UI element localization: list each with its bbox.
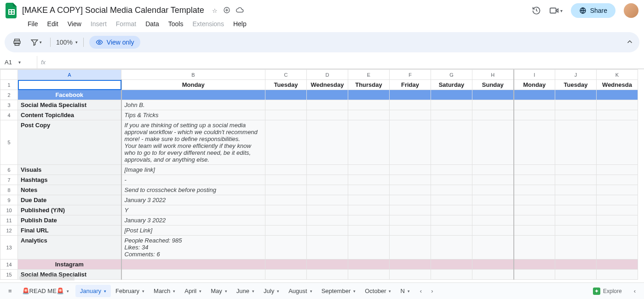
cell[interactable] — [390, 215, 431, 226]
menu-tools[interactable]: Tools — [165, 18, 187, 29]
print-icon[interactable] — [10, 35, 24, 49]
cell[interactable]: Facebook — [18, 90, 121, 100]
sheet-tab[interactable]: July▾ — [259, 285, 284, 289]
cell[interactable] — [514, 175, 555, 185]
col-header[interactable]: K — [597, 70, 638, 80]
cell[interactable] — [431, 260, 472, 270]
cell[interactable] — [431, 165, 472, 175]
cell[interactable] — [390, 205, 431, 215]
cell[interactable]: Saturday — [431, 80, 472, 90]
cell[interactable]: Published (Y/N) — [18, 205, 121, 215]
col-header[interactable]: D — [307, 70, 348, 80]
cell[interactable] — [307, 175, 348, 185]
cell[interactable] — [431, 90, 472, 100]
cell[interactable] — [265, 110, 307, 120]
cell[interactable] — [431, 215, 472, 226]
fx-icon[interactable]: fx — [37, 56, 49, 68]
side-panel-toggle-icon[interactable]: ‹ — [630, 286, 639, 289]
sheet-tab[interactable]: October▾ — [360, 285, 396, 289]
cell[interactable] — [555, 215, 597, 226]
cell[interactable] — [390, 236, 431, 260]
view-only-pill[interactable]: View only — [89, 36, 141, 49]
cell[interactable] — [390, 226, 431, 236]
doc-title[interactable]: [MAKE A COPY] Social Media Calendar Temp… — [22, 6, 204, 15]
filter-icon[interactable]: ▾ — [28, 35, 45, 49]
cell[interactable] — [555, 236, 597, 260]
cell[interactable] — [348, 215, 390, 226]
cell[interactable] — [390, 195, 431, 205]
cell[interactable] — [514, 90, 555, 100]
sheet-nav-next-icon[interactable]: › — [427, 286, 437, 289]
cell[interactable] — [597, 90, 638, 100]
cell[interactable] — [307, 185, 348, 195]
cell[interactable] — [472, 110, 514, 120]
cell[interactable] — [472, 90, 514, 100]
menu-file[interactable]: File — [24, 18, 42, 29]
cell[interactable] — [555, 175, 597, 185]
cell[interactable] — [472, 215, 514, 226]
sheet-tab[interactable]: N▾ — [396, 285, 414, 289]
col-header[interactable]: E — [348, 70, 390, 80]
cell[interactable]: Analytics — [18, 236, 121, 260]
cell[interactable] — [597, 120, 638, 165]
col-header[interactable]: F — [390, 70, 431, 80]
cell[interactable]: Send to crosscheck before posting — [121, 185, 265, 195]
col-header[interactable]: J — [555, 70, 597, 80]
cell[interactable] — [18, 80, 121, 90]
cell[interactable] — [307, 260, 348, 270]
cell[interactable] — [265, 260, 307, 270]
cell[interactable] — [597, 100, 638, 110]
cell[interactable] — [514, 120, 555, 165]
cell[interactable] — [348, 110, 390, 120]
cell[interactable]: Final URL — [18, 226, 121, 236]
cell[interactable]: [Image link] — [121, 165, 265, 175]
cell[interactable] — [514, 270, 555, 280]
cell[interactable] — [265, 226, 307, 236]
cell[interactable]: Publish Date — [18, 215, 121, 226]
cell[interactable] — [348, 236, 390, 260]
account-avatar[interactable] — [624, 3, 638, 18]
cell[interactable]: Hashtags — [18, 175, 121, 185]
cell[interactable] — [390, 270, 431, 280]
col-header[interactable]: A — [18, 70, 121, 80]
cell[interactable] — [390, 185, 431, 195]
cell[interactable] — [597, 185, 638, 195]
cell[interactable] — [597, 205, 638, 215]
cell[interactable] — [265, 270, 307, 280]
cell[interactable] — [472, 195, 514, 205]
cell[interactable] — [348, 226, 390, 236]
cell[interactable] — [348, 165, 390, 175]
sheet-tab[interactable]: January▾ — [75, 285, 111, 289]
cell[interactable] — [597, 215, 638, 226]
cell[interactable] — [265, 175, 307, 185]
col-header[interactable]: H — [472, 70, 514, 80]
cell[interactable]: Sunday — [472, 80, 514, 90]
cell[interactable] — [597, 165, 638, 175]
cell[interactable] — [265, 165, 307, 175]
cell[interactable] — [431, 175, 472, 185]
cell[interactable] — [390, 110, 431, 120]
col-header[interactable] — [0, 70, 18, 80]
cell[interactable] — [431, 236, 472, 260]
cell[interactable] — [472, 175, 514, 185]
cell[interactable]: Thursday — [348, 80, 390, 90]
cell[interactable] — [348, 260, 390, 270]
cell[interactable] — [597, 260, 638, 270]
cell[interactable] — [514, 110, 555, 120]
cell[interactable] — [555, 260, 597, 270]
share-button[interactable]: Share — [571, 3, 615, 18]
cell[interactable]: John B. — [121, 100, 265, 110]
cell[interactable] — [555, 270, 597, 280]
cell[interactable]: Content Topic/Idea — [18, 110, 121, 120]
cell[interactable] — [472, 270, 514, 280]
cell[interactable] — [307, 195, 348, 205]
cell[interactable] — [390, 90, 431, 100]
cell[interactable] — [597, 270, 638, 280]
cell[interactable] — [348, 120, 390, 165]
explore-button[interactable]: ✦Explore — [589, 286, 626, 290]
cell[interactable] — [555, 90, 597, 100]
cell[interactable] — [431, 270, 472, 280]
cell[interactable] — [307, 90, 348, 100]
star-icon[interactable]: ☆ — [212, 7, 218, 14]
cell[interactable] — [265, 215, 307, 226]
